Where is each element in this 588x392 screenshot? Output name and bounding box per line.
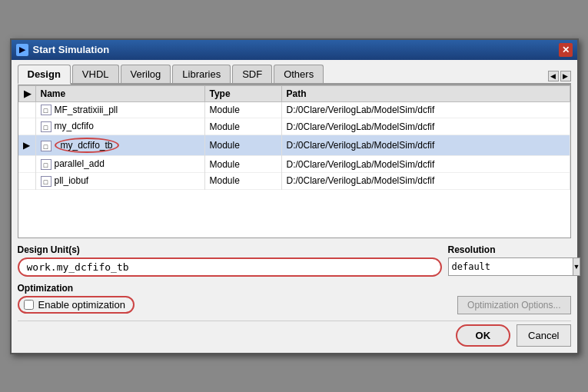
col-marker: ▶	[18, 85, 35, 101]
row-type: Module	[204, 156, 281, 173]
row-name: □MF_stratixiii_pll	[35, 101, 204, 118]
optimization-label: Optimization	[18, 283, 571, 294]
col-name[interactable]: Name	[35, 85, 204, 101]
row-name: □pll_iobuf	[35, 172, 204, 189]
resolution-select-row: ▼	[448, 257, 571, 276]
col-type[interactable]: Type	[204, 85, 281, 101]
row-type: Module	[204, 135, 281, 156]
tab-scroll-left[interactable]: ◀	[548, 71, 559, 81]
row-path: D:/0Clare/VerilogLab/ModelSim/dcfif	[281, 101, 570, 118]
row-path: D:/0Clare/VerilogLab/ModelSim/dcfif	[281, 156, 570, 173]
optimization-row: Enable optimization Optimization Options…	[18, 296, 571, 314]
row-path: D:/0Clare/VerilogLab/ModelSim/dcfif	[281, 135, 570, 156]
tab-design[interactable]: Design	[18, 65, 71, 85]
row-name: □parallel_add	[35, 156, 204, 173]
ok-button[interactable]: OK	[456, 324, 511, 347]
row-marker	[18, 101, 35, 118]
design-resolution-row: Design Unit(s) Resolution ▼	[18, 244, 571, 277]
tab-scroll-arrows: ◀ ▶	[548, 71, 571, 83]
tab-libraries[interactable]: Libraries	[172, 65, 231, 83]
enable-optimization-oval: Enable optimization	[18, 296, 135, 314]
table-row[interactable]: ▶□my_dcfifo_tbModuleD:/0Clare/VerilogLab…	[18, 135, 570, 156]
bottom-buttons: OK Cancel	[18, 321, 571, 347]
row-name: □my_dcfifo	[35, 118, 204, 135]
titlebar-left: ▶ Start Simulation	[16, 44, 110, 56]
design-unit-input[interactable]	[18, 257, 442, 277]
optimization-section: Optimization Enable optimization Optimiz…	[18, 283, 571, 314]
titlebar: ▶ Start Simulation ✕	[12, 40, 577, 60]
row-path: D:/0Clare/VerilogLab/ModelSim/dcfif	[281, 172, 570, 189]
dialog-window: ▶ Start Simulation ✕ Design VHDL Verilog…	[10, 38, 579, 354]
table-row[interactable]: □pll_iobufModuleD:/0Clare/VerilogLab/Mod…	[18, 172, 570, 189]
row-marker	[18, 156, 35, 173]
row-marker	[18, 172, 35, 189]
window-icon: ▶	[16, 44, 28, 56]
window-title: Start Simulation	[33, 44, 110, 55]
table-row[interactable]: □MF_stratixiii_pllModuleD:/0Clare/Verilo…	[18, 101, 570, 118]
resolution-dropdown-arrow[interactable]: ▼	[573, 257, 581, 276]
row-type: Module	[204, 101, 281, 118]
row-path: D:/0Clare/VerilogLab/ModelSim/dcfif	[281, 118, 570, 135]
tab-verilog[interactable]: Verilog	[121, 65, 171, 83]
enable-optimization-label[interactable]: Enable optimization	[38, 299, 125, 311]
row-name: □my_dcfifo_tb	[35, 135, 204, 156]
dialog-content: Design VHDL Verilog Libraries SDF Others…	[12, 60, 577, 353]
module-icon: □	[41, 121, 51, 132]
col-path[interactable]: Path	[281, 85, 570, 101]
resolution-label: Resolution	[448, 244, 571, 255]
resolution-input[interactable]	[448, 257, 573, 276]
tab-scroll-right[interactable]: ▶	[560, 71, 571, 81]
row-marker: ▶	[18, 135, 35, 156]
tab-sdf[interactable]: SDF	[232, 65, 272, 83]
design-unit-section: Design Unit(s)	[18, 244, 442, 277]
module-table[interactable]: ▶ Name Type Path □MF_stratixiii_pllModul…	[18, 85, 571, 238]
tab-vhdl[interactable]: VHDL	[72, 65, 119, 83]
cancel-button[interactable]: Cancel	[517, 324, 570, 347]
optimization-options-button[interactable]: Optimization Options...	[457, 296, 570, 314]
module-icon: □	[41, 105, 51, 115]
row-type: Module	[204, 118, 281, 135]
tab-others[interactable]: Others	[274, 65, 324, 83]
resolution-section: Resolution ▼	[448, 244, 571, 277]
row-marker	[18, 118, 35, 135]
module-icon: □	[41, 176, 51, 187]
table-row[interactable]: □parallel_addModuleD:/0Clare/VerilogLab/…	[18, 156, 570, 173]
close-button[interactable]: ✕	[559, 43, 573, 57]
table-row[interactable]: □my_dcfifoModuleD:/0Clare/VerilogLab/Mod…	[18, 118, 570, 135]
row-type: Module	[204, 172, 281, 189]
design-unit-label: Design Unit(s)	[18, 244, 442, 255]
module-icon: □	[41, 141, 51, 151]
module-icon: □	[41, 159, 51, 170]
tab-bar: Design VHDL Verilog Libraries SDF Others…	[18, 65, 571, 85]
enable-optimization-checkbox[interactable]	[24, 300, 34, 310]
